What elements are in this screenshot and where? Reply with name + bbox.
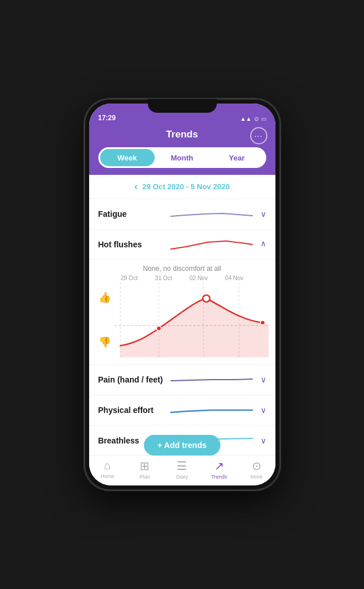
expanded-chart-section: None, no discomfort at all 29 Oct 31 Oct… bbox=[89, 260, 275, 365]
fatigue-label: Fatigue bbox=[98, 209, 167, 219]
date-label-0: 29 Oct bbox=[121, 275, 137, 281]
pain-label: Pain (hand / feet) bbox=[98, 375, 167, 384]
status-icons: ▲▲ ⊙ ▭ bbox=[240, 116, 266, 122]
date-range-label: 29 Oct 2020 - 5 Nov 2020 bbox=[143, 182, 230, 191]
fatigue-row[interactable]: Fatigue ∨ bbox=[89, 199, 275, 230]
chart-area: 👍 👎 bbox=[94, 282, 271, 357]
fatigue-mini-chart bbox=[167, 206, 256, 222]
breathless-chevron: ∨ bbox=[260, 436, 266, 445]
date-back-button[interactable]: ‹ bbox=[135, 181, 138, 193]
physical-effort-label: Physical effort bbox=[98, 406, 167, 415]
battery-icon: ▭ bbox=[261, 116, 266, 122]
bottom-navigation: ⌂ Home ⊞ Plan ☰ Diary ↗ Trends ⊙ More bbox=[89, 455, 275, 485]
nav-trends-label: Trends bbox=[211, 474, 227, 480]
thumbs-up-icon: 👍 bbox=[98, 291, 111, 304]
tab-month[interactable]: Month bbox=[155, 149, 209, 166]
tab-week[interactable]: Week bbox=[100, 149, 155, 166]
nav-trends[interactable]: ↗ Trends bbox=[201, 459, 238, 480]
nav-home-label: Home bbox=[101, 473, 114, 479]
nav-plan[interactable]: ⊞ Plan bbox=[126, 459, 163, 480]
header: Trends ··· bbox=[89, 124, 275, 147]
home-icon: ⌂ bbox=[104, 459, 111, 472]
hot-flushes-mini-chart bbox=[167, 236, 256, 253]
nav-diary-label: Diary bbox=[176, 474, 188, 480]
nav-home[interactable]: ⌂ Home bbox=[89, 459, 127, 480]
wifi-icon: ⊙ bbox=[254, 116, 259, 122]
more-icon: ⊙ bbox=[252, 459, 262, 473]
physical-effort-mini-chart bbox=[167, 402, 256, 418]
nav-more-label: More bbox=[251, 474, 263, 480]
svg-point-6 bbox=[202, 295, 209, 302]
trends-icon: ↗ bbox=[214, 459, 224, 473]
date-label-2: 02 Nov bbox=[189, 275, 208, 281]
tab-switcher: Week Month Year bbox=[89, 147, 275, 175]
tab-group: Week Month Year bbox=[98, 147, 266, 168]
nav-plan-label: Plan bbox=[140, 474, 150, 480]
svg-point-5 bbox=[156, 326, 161, 331]
diary-icon: ☰ bbox=[177, 459, 187, 473]
fatigue-chevron: ∨ bbox=[260, 209, 266, 219]
date-navigation: ‹ 29 Oct 2020 - 5 Nov 2020 bbox=[89, 175, 275, 199]
physical-effort-chevron: ∨ bbox=[260, 406, 266, 415]
notch bbox=[148, 99, 217, 113]
svg-point-7 bbox=[260, 320, 265, 325]
chart-subtitle: None, no discomfort at all bbox=[89, 265, 275, 273]
thumbs-down-icon: 👎 bbox=[98, 336, 111, 349]
thumbs-column: 👍 👎 bbox=[98, 282, 111, 357]
hot-flushes-row[interactable]: Hot flushes ∨ bbox=[89, 230, 275, 260]
add-trends-button[interactable]: + Add trends bbox=[144, 435, 220, 456]
status-time: 17:29 bbox=[98, 114, 116, 122]
hot-flushes-label: Hot flushes bbox=[98, 240, 167, 249]
nav-more[interactable]: ⊙ More bbox=[238, 459, 275, 480]
phone-screen: 17:29 ▲▲ ⊙ ▭ Trends ··· Week Month Year … bbox=[89, 104, 275, 485]
page-title: Trends bbox=[166, 129, 198, 140]
physical-effort-row[interactable]: Physical effort ∨ bbox=[89, 395, 275, 426]
content-area: ‹ 29 Oct 2020 - 5 Nov 2020 Fatigue ∨ Hot… bbox=[89, 175, 275, 455]
pain-mini-chart bbox=[167, 372, 256, 388]
signal-icon: ▲▲ bbox=[240, 116, 252, 122]
tab-year[interactable]: Year bbox=[209, 149, 264, 166]
phone-frame: 17:29 ▲▲ ⊙ ▭ Trends ··· Week Month Year … bbox=[85, 99, 280, 490]
date-label-1: 31 Oct bbox=[155, 275, 172, 281]
hot-flushes-chevron: ∨ bbox=[260, 240, 266, 249]
date-label-3: 04 Nov bbox=[225, 275, 244, 281]
pain-chevron: ∨ bbox=[260, 375, 266, 384]
plan-icon: ⊞ bbox=[140, 459, 150, 473]
chart-date-labels: 29 Oct 31 Oct 02 Nov 04 Nov bbox=[89, 275, 275, 281]
menu-button[interactable]: ··· bbox=[250, 127, 267, 144]
pain-row[interactable]: Pain (hand / feet) ∨ bbox=[89, 365, 275, 395]
nav-diary[interactable]: ☰ Diary bbox=[163, 459, 201, 480]
hot-flushes-chart bbox=[114, 282, 269, 357]
